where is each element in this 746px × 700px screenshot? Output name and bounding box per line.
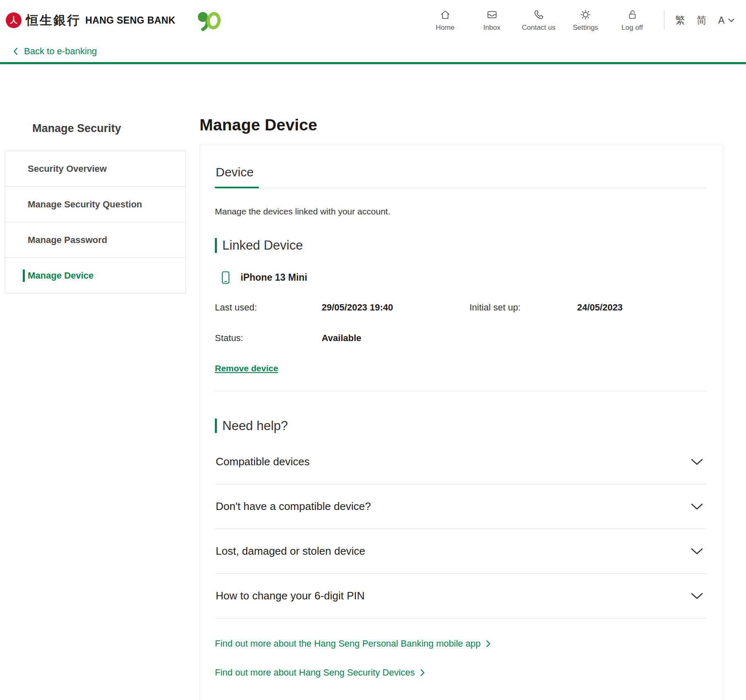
nav-settings[interactable]: Settings bbox=[562, 9, 609, 32]
status-value: Available bbox=[322, 333, 469, 344]
lang-simplified-chinese[interactable]: 简 bbox=[697, 14, 707, 27]
chevron-right-icon bbox=[486, 640, 491, 647]
status-label: Status: bbox=[215, 333, 322, 344]
linked-device-heading: Linked Device bbox=[215, 238, 706, 253]
mobile-app-info-link-label: Find out more about the Hang Seng Person… bbox=[215, 638, 481, 649]
logo-english-text: HANG SENG BANK bbox=[85, 15, 176, 26]
accordion-label: Compatible devices bbox=[216, 455, 310, 468]
initial-setup-value: 24/05/2023 bbox=[577, 302, 706, 313]
top-navigation: Home Inbox Contact us Settings bbox=[422, 9, 734, 32]
nav-log-off-label: Log off bbox=[621, 24, 643, 32]
tab-bar: Device bbox=[215, 165, 706, 188]
sidebar-item-manage-security-question[interactable]: Manage Security Question bbox=[5, 186, 186, 222]
sub-header: Back to e-banking bbox=[0, 41, 746, 64]
initial-setup-label: Initial set up: bbox=[469, 302, 577, 313]
top-header: 恒生銀行 HANG SENG BANK Home Inbox bbox=[0, 0, 746, 41]
logo-chinese-text: 恒生銀行 bbox=[26, 12, 81, 29]
linked-device-row: iPhone 13 Mini bbox=[215, 271, 706, 284]
sidebar-menu: Security Overview Manage Security Questi… bbox=[5, 151, 186, 293]
font-size-label: A bbox=[718, 15, 724, 26]
chevron-down-icon bbox=[728, 18, 734, 22]
language-switcher: 繁 简 A bbox=[675, 14, 734, 27]
hang-seng-logo-icon bbox=[6, 12, 22, 28]
content-area: Manage Security Security Overview Manage… bbox=[0, 64, 746, 700]
chevron-down-icon bbox=[691, 459, 703, 465]
nav-contact-us[interactable]: Contact us bbox=[515, 9, 562, 32]
card-description: Manage the devices linked with your acco… bbox=[215, 207, 706, 216]
need-help-heading: Need help? bbox=[215, 419, 706, 433]
accordion-lost-damaged-stolen[interactable]: Lost, damaged or stolen device bbox=[215, 529, 706, 574]
back-to-ebanking-link[interactable]: Back to e-banking bbox=[13, 46, 97, 57]
device-details: Last used: 29/05/2023 19:40 Initial set … bbox=[215, 302, 706, 344]
mobile-phone-icon bbox=[221, 271, 230, 284]
main-content: Manage Device Device Manage the devices … bbox=[200, 64, 723, 700]
sidebar-item-label: Security Overview bbox=[28, 164, 107, 174]
header-divider bbox=[664, 11, 664, 30]
nav-log-off[interactable]: Log off bbox=[609, 9, 656, 32]
device-name: iPhone 13 Mini bbox=[241, 272, 307, 283]
accordion-no-compatible-device[interactable]: Don't have a compatible device? bbox=[215, 484, 706, 529]
unlock-icon bbox=[627, 9, 638, 20]
nav-home[interactable]: Home bbox=[422, 9, 469, 32]
logo-area: 恒生銀行 HANG SENG BANK bbox=[6, 10, 222, 31]
chevron-right-icon bbox=[420, 669, 425, 676]
mobile-app-info-link[interactable]: Find out more about the Hang Seng Person… bbox=[215, 638, 491, 649]
nav-inbox-label: Inbox bbox=[483, 24, 501, 32]
font-size-toggle[interactable]: A bbox=[718, 15, 734, 26]
sidebar: Manage Security Security Overview Manage… bbox=[5, 64, 186, 293]
nav-contact-us-label: Contact us bbox=[522, 24, 556, 32]
tab-device[interactable]: Device bbox=[215, 165, 259, 188]
anniversary-90-logo bbox=[195, 10, 222, 31]
device-card: Device Manage the devices linked with yo… bbox=[200, 145, 723, 700]
accordion-label: How to change your 6-digit PIN bbox=[216, 589, 365, 602]
remove-device-link[interactable]: Remove device bbox=[215, 363, 278, 373]
security-devices-info-link-label: Find out more about Hang Seng Security D… bbox=[215, 667, 415, 678]
last-used-label: Last used: bbox=[215, 302, 322, 313]
sidebar-item-label: Manage Device bbox=[28, 270, 94, 281]
last-used-value: 29/05/2023 19:40 bbox=[322, 302, 469, 313]
sidebar-title: Manage Security bbox=[5, 122, 186, 135]
page-title: Manage Device bbox=[200, 116, 723, 134]
accordion-change-6-digit-pin[interactable]: How to change your 6-digit PIN bbox=[215, 574, 706, 618]
sidebar-item-manage-device[interactable]: Manage Device bbox=[5, 257, 186, 293]
sidebar-item-label: Manage Security Question bbox=[28, 199, 142, 210]
help-accordion: Compatible devices Don't have a compatib… bbox=[215, 440, 706, 618]
chevron-down-icon bbox=[691, 548, 703, 555]
chevron-left-icon bbox=[13, 48, 18, 55]
gear-icon bbox=[580, 9, 591, 20]
security-devices-info-link[interactable]: Find out more about Hang Seng Security D… bbox=[215, 667, 425, 678]
nav-inbox[interactable]: Inbox bbox=[469, 9, 515, 32]
section-divider bbox=[215, 391, 706, 391]
chevron-down-icon bbox=[691, 503, 703, 510]
nav-home-label: Home bbox=[436, 24, 454, 32]
nav-settings-label: Settings bbox=[573, 24, 598, 32]
back-link-label: Back to e-banking bbox=[24, 46, 97, 57]
sidebar-item-label: Manage Password bbox=[28, 235, 107, 245]
accordion-label: Lost, damaged or stolen device bbox=[216, 545, 365, 558]
chevron-down-icon bbox=[691, 593, 703, 599]
lang-traditional-chinese[interactable]: 繁 bbox=[675, 14, 685, 27]
sidebar-item-manage-password[interactable]: Manage Password bbox=[5, 222, 186, 258]
hang-seng-logo[interactable]: 恒生銀行 HANG SENG BANK bbox=[6, 12, 176, 29]
accordion-label: Don't have a compatible device? bbox=[216, 500, 371, 513]
home-icon bbox=[440, 9, 451, 20]
sidebar-item-security-overview[interactable]: Security Overview bbox=[5, 151, 186, 187]
accordion-compatible-devices[interactable]: Compatible devices bbox=[215, 440, 706, 484]
phone-icon bbox=[533, 9, 544, 20]
inbox-icon bbox=[486, 9, 498, 20]
